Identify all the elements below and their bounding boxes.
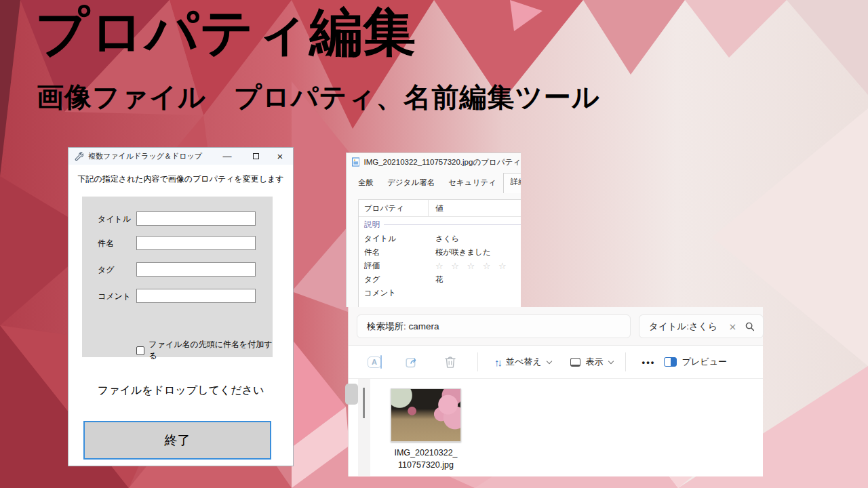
minimize-button[interactable]: — (216, 148, 239, 165)
page-title: プロパティ編集 (35, 0, 416, 68)
tab-details[interactable]: 詳細 (503, 173, 521, 193)
table-row-subject[interactable]: 件名 桜が咲きました (359, 245, 521, 259)
row-property: コメント (359, 288, 429, 298)
page-subtitle: 画像ファイル プロパティ、名前編集ツール (37, 79, 599, 116)
file-name-label: IMG_20210322_ 110757320.jpg (378, 447, 473, 471)
chevron-down-icon (546, 358, 551, 363)
more-options-button[interactable]: ••• (642, 357, 656, 367)
preview-label: プレビュー (682, 356, 727, 368)
file-thumbnail-cherry-blossoms[interactable] (391, 388, 461, 442)
maximize-button[interactable] (244, 148, 267, 165)
nav-pane-scrollbar-thumb[interactable] (345, 384, 358, 405)
search-clear-button[interactable]: × (726, 321, 738, 332)
property-form-panel: タイトル 件名 タグ コメント ファイル名の先頭に件名を付加する (82, 197, 273, 357)
share-icon (406, 356, 419, 368)
prepend-subject-checkbox[interactable] (136, 346, 144, 355)
section-header-line (384, 224, 521, 225)
file-name-line2: 110757320.jpg (378, 459, 473, 471)
trash-icon (445, 356, 456, 368)
file-explorer-window: 検索場所: camera タイトル:さくら × A (348, 307, 763, 476)
comment-field-label: コメント (98, 291, 131, 302)
section-header-label: 説明 (359, 220, 380, 230)
tag-input[interactable] (136, 262, 256, 277)
comment-input[interactable] (136, 289, 256, 303)
tab-security[interactable]: セキュリティ (441, 174, 503, 192)
exit-button[interactable]: 終了 (83, 421, 271, 460)
properties-tabs: 全般 デジタル署名 セキュリティ 詳細 以前 (347, 174, 521, 192)
close-button[interactable]: × (269, 148, 292, 165)
toolbar-separator (477, 352, 478, 371)
tab-general[interactable]: 全般 (351, 174, 380, 192)
preview-pane-icon (664, 357, 677, 367)
rename-button[interactable]: A (363, 351, 385, 373)
view-icon (570, 358, 580, 367)
properties-table-header: プロパティ 値 (359, 200, 521, 217)
file-item[interactable]: IMG_20210322_ 110757320.jpg (378, 388, 473, 471)
title-field-label: タイトル (98, 214, 131, 225)
section-header-description: 説明 (359, 217, 521, 232)
search-icon[interactable] (745, 322, 755, 331)
row-value: さくら (429, 234, 459, 244)
tag-field-label: タグ (98, 264, 115, 276)
drop-tool-title: 複数ファイルドラッグ＆ドロップ (88, 151, 202, 161)
file-name-line1: IMG_20210322_ (378, 447, 473, 459)
instruction-text: 下記の指定された内容で画像のプロパティを変更します (68, 174, 293, 185)
column-header-property: プロパティ (359, 200, 429, 216)
prepend-subject-checkbox-row: ファイル名の先頭に件名を付加する (136, 339, 273, 362)
explorer-search-row: 検索場所: camera タイトル:さくら × (349, 307, 763, 346)
wrench-icon (75, 152, 83, 161)
search-query-text: タイトル:さくら (649, 321, 717, 333)
search-input[interactable]: タイトル:さくら × (639, 314, 764, 338)
sort-label: 並べ替え (506, 356, 542, 368)
slide-canvas: プロパティ編集 画像ファイル プロパティ、名前編集ツール 複数ファイルドラッグ＆… (0, 0, 868, 488)
properties-dialog-title: IMG_20210322_110757320.jpgのプロパティ (363, 157, 521, 167)
tab-digital-signatures[interactable]: デジタル署名 (380, 174, 441, 192)
table-row-comments[interactable]: コメント (359, 286, 521, 300)
subject-input[interactable] (136, 236, 256, 250)
file-list-scrollbar[interactable] (363, 388, 365, 418)
title-field-row: タイトル (82, 211, 273, 226)
rename-icon: A (368, 357, 381, 368)
explorer-file-area: IMG_20210322_ 110757320.jpg (349, 379, 763, 476)
title-input[interactable] (136, 211, 256, 226)
row-value: 花 (429, 274, 443, 285)
properties-table: プロパティ 値 説明 タイトル さくら 件名 桜が咲きました 評価 ☆ ☆ ☆ … (358, 199, 521, 307)
table-row-rating[interactable]: 評価 ☆ ☆ ☆ ☆ ☆ (359, 259, 521, 272)
subject-field-row: 件名 (82, 236, 273, 251)
row-value: 桜が咲きました (429, 247, 491, 258)
view-label: 表示 (586, 356, 604, 368)
table-row-tags[interactable]: タグ 花 (359, 272, 521, 286)
row-property: 評価 (359, 261, 429, 271)
explorer-toolbar: A ↑↓ (349, 346, 763, 379)
column-header-value: 値 (429, 203, 443, 214)
table-row-title[interactable]: タイトル さくら (359, 232, 521, 245)
rating-stars: ☆ ☆ ☆ ☆ ☆ (429, 261, 509, 271)
drop-tool-window: 複数ファイルドラッグ＆ドロップ — × 下記の指定された内容で画像のプロパティを… (68, 147, 294, 466)
share-button[interactable] (401, 351, 423, 373)
comment-field-row: コメント (82, 289, 273, 304)
delete-button[interactable] (439, 351, 461, 373)
properties-dialog: IMG_20210322_110757320.jpgのプロパティ 全般 デジタル… (346, 152, 521, 307)
preview-toggle-button[interactable]: プレビュー (664, 356, 727, 368)
properties-dialog-titlebar[interactable]: IMG_20210322_110757320.jpgのプロパティ (347, 153, 521, 171)
search-location-bar[interactable]: 検索場所: camera (357, 314, 631, 338)
row-property: タイトル (359, 234, 429, 244)
row-property: タグ (359, 274, 429, 285)
maximize-icon (253, 153, 259, 159)
text-cursor-icon (380, 355, 382, 369)
chevron-down-icon (608, 358, 613, 363)
row-property: 件名 (359, 247, 429, 258)
tag-field-row: タグ (82, 262, 273, 277)
image-file-icon (352, 157, 359, 167)
drop-message: ファイルをドロップしてください (68, 384, 293, 398)
subject-field-label: 件名 (98, 238, 114, 249)
sort-arrows-icon: ↑↓ (494, 357, 500, 368)
prepend-subject-checkbox-label: ファイル名の先頭に件名を付加する (149, 339, 273, 362)
drop-tool-titlebar[interactable]: 複数ファイルドラッグ＆ドロップ — × (68, 148, 293, 165)
sort-button[interactable]: ↑↓ 並べ替え (494, 356, 551, 368)
toolbar-separator (625, 352, 626, 371)
view-button[interactable]: 表示 (570, 356, 613, 368)
